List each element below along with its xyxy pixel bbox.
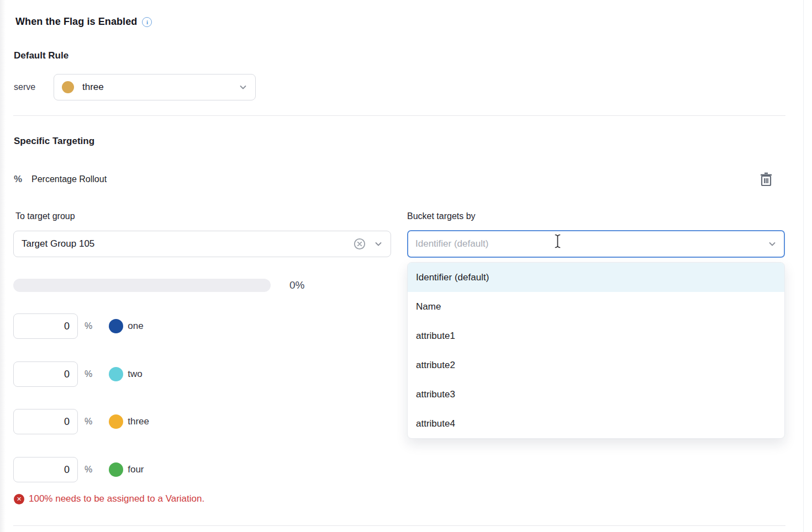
target-group-value: Target Group 105 — [22, 238, 94, 249]
percent-icon: % — [14, 174, 22, 185]
percent-sign: % — [85, 321, 92, 331]
clear-target-group-button[interactable] — [353, 237, 366, 251]
chevron-down-icon — [768, 240, 777, 248]
section-when-flag-enabled: When the Flag is Enabled i — [15, 16, 152, 28]
option-attribute2[interactable]: attribute2 — [408, 350, 784, 380]
rollout-total-percent: 0% — [289, 279, 304, 292]
panel-left-edge — [0, 0, 6, 532]
serve-label: serve — [14, 74, 35, 100]
variation-name: three — [128, 416, 149, 427]
option-attribute4[interactable]: attribute4 — [408, 409, 784, 438]
variation-dot-four — [109, 462, 123, 477]
chevron-down-icon — [374, 240, 383, 248]
option-attribute3[interactable]: attribute3 — [408, 380, 784, 409]
percent-input-three[interactable] — [13, 409, 78, 434]
variation-row-two: % two — [13, 361, 143, 387]
serve-selected-value: three — [82, 82, 104, 93]
page-title: When the Flag is Enabled — [15, 16, 137, 28]
percent-sign: % — [85, 369, 92, 379]
bucket-targets-by-label: Bucket targets by — [407, 211, 476, 221]
bucket-placeholder: Identifier (default) — [415, 238, 488, 249]
panel-right-edge — [803, 0, 804, 532]
chevron-down-icon — [239, 83, 247, 92]
variation-row-one: % one — [13, 313, 144, 339]
option-name[interactable]: Name — [408, 292, 784, 321]
percent-input-one[interactable] — [13, 313, 78, 339]
variation-dot-two — [109, 367, 123, 381]
text-cursor-icon — [554, 234, 561, 248]
error-message: 100% needs to be assigned to a Variation… — [29, 493, 204, 504]
divider — [13, 115, 785, 116]
flag-targeting-panel: When the Flag is Enabled i Default Rule … — [0, 0, 812, 532]
default-rule-heading: Default Rule — [14, 50, 68, 61]
percentage-rollout-title: Percentage Rollout — [31, 174, 107, 184]
variation-row-three: % three — [13, 409, 149, 434]
option-identifier-default[interactable]: Identifier (default) — [408, 263, 784, 292]
variation-row-four: % four — [13, 457, 144, 482]
clear-circle-icon — [353, 237, 366, 251]
bucket-targets-by-select[interactable]: Identifier (default) — [407, 230, 785, 258]
variation-name: four — [128, 464, 144, 475]
variation-name: two — [128, 369, 142, 380]
variation-dot-three — [62, 81, 74, 93]
serve-variation-select[interactable]: three — [54, 74, 256, 100]
percent-input-four[interactable] — [13, 457, 78, 482]
rollout-progress-bar — [13, 279, 271, 292]
variation-dot-three — [109, 414, 123, 429]
option-attribute1[interactable]: attribute1 — [408, 321, 784, 350]
percent-input-two[interactable] — [13, 361, 78, 387]
target-group-select[interactable]: Target Group 105 — [13, 231, 391, 257]
variation-dot-one — [109, 319, 123, 333]
trash-icon — [760, 172, 773, 187]
bucket-options-dropdown: Identifier (default) Name attribute1 att… — [407, 262, 785, 439]
validation-error: ✕ 100% needs to be assigned to a Variati… — [14, 493, 204, 504]
to-target-group-label: To target group — [15, 211, 75, 221]
delete-rollout-button[interactable] — [758, 171, 774, 188]
specific-targeting-heading: Specific Targeting — [14, 136, 94, 147]
percent-sign: % — [85, 465, 92, 475]
info-icon[interactable]: i — [142, 17, 152, 27]
percent-sign: % — [85, 417, 92, 427]
variation-name: one — [128, 321, 143, 332]
error-circle-icon: ✕ — [14, 494, 24, 504]
divider — [13, 525, 785, 526]
